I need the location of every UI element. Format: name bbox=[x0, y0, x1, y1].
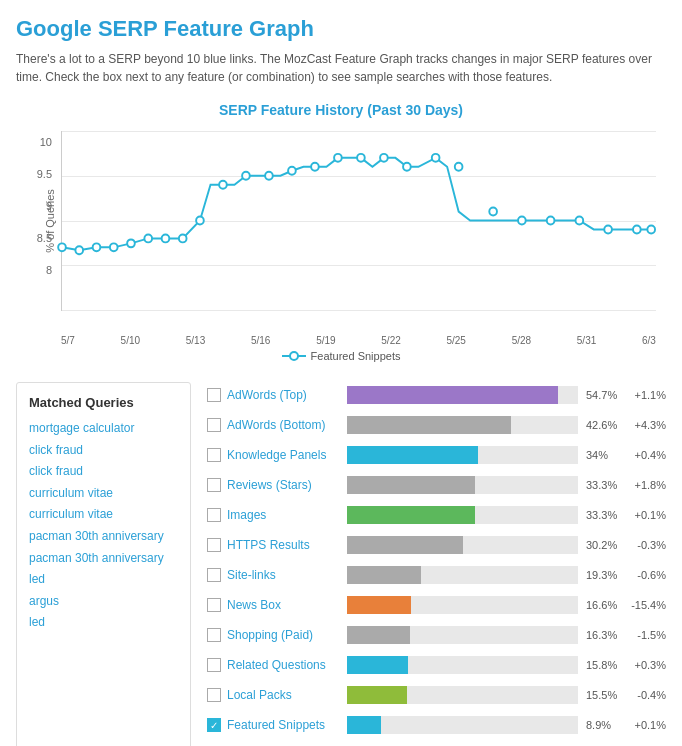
data-point bbox=[75, 246, 83, 254]
feature-checkbox[interactable] bbox=[207, 658, 221, 672]
feature-bar bbox=[347, 566, 421, 584]
feature-change: -1.5% bbox=[624, 629, 666, 641]
feature-percent: 30.2% bbox=[586, 539, 624, 551]
feature-row: HTTPS Results30.2%-0.3% bbox=[207, 532, 666, 558]
data-point bbox=[93, 243, 101, 251]
matched-query-link[interactable]: curriculum vitae bbox=[29, 483, 178, 505]
feature-percent: 42.6% bbox=[586, 419, 624, 431]
feature-name: AdWords (Top) bbox=[227, 388, 347, 402]
chart-svg bbox=[62, 131, 656, 310]
feature-checkbox[interactable] bbox=[207, 538, 221, 552]
x-label-0: 5/7 bbox=[61, 335, 75, 346]
feature-change: -15.4% bbox=[624, 599, 666, 611]
legend-line-icon bbox=[282, 351, 306, 361]
chart-container: % of Queries 10 9.5 9 8.5 8 bbox=[16, 126, 666, 346]
feature-row: Related Questions15.8%+0.3% bbox=[207, 652, 666, 678]
feature-checkbox[interactable] bbox=[207, 448, 221, 462]
feature-bar bbox=[347, 656, 408, 674]
feature-checkbox[interactable] bbox=[207, 478, 221, 492]
data-point bbox=[455, 163, 463, 171]
feature-bar-container bbox=[347, 686, 578, 704]
feature-bar bbox=[347, 386, 558, 404]
x-label-6: 5/25 bbox=[446, 335, 465, 346]
y-axis-wrapper: % of Queries 10 9.5 9 8.5 8 bbox=[16, 131, 61, 311]
data-point bbox=[242, 172, 250, 180]
feature-percent: 8.9% bbox=[586, 719, 624, 731]
feature-bar-container bbox=[347, 446, 578, 464]
feature-change: +1.1% bbox=[624, 389, 666, 401]
y-label-10: 10 bbox=[40, 136, 52, 148]
feature-bar bbox=[347, 416, 511, 434]
y-axis-labels: 10 9.5 9 8.5 8 bbox=[16, 136, 56, 276]
data-point bbox=[647, 225, 655, 233]
feature-checkbox[interactable] bbox=[207, 688, 221, 702]
chart-title: SERP Feature History (Past 30 Days) bbox=[16, 102, 666, 118]
feature-change: +0.3% bbox=[624, 659, 666, 671]
matched-query-link[interactable]: click fraud bbox=[29, 461, 178, 483]
y-label-8: 8 bbox=[46, 264, 52, 276]
feature-name: Shopping (Paid) bbox=[227, 628, 347, 642]
data-point bbox=[110, 243, 118, 251]
matched-query-link[interactable]: mortgage calculator bbox=[29, 418, 178, 440]
feature-checkbox[interactable] bbox=[207, 718, 221, 732]
matched-query-link[interactable]: click fraud bbox=[29, 440, 178, 462]
feature-bar-container bbox=[347, 536, 578, 554]
feature-name: Images bbox=[227, 508, 347, 522]
chart-legend: Featured Snippets bbox=[16, 350, 666, 362]
chart-area bbox=[61, 131, 656, 311]
feature-name: Site-links bbox=[227, 568, 347, 582]
feature-checkbox[interactable] bbox=[207, 418, 221, 432]
x-label-4: 5/19 bbox=[316, 335, 335, 346]
data-point bbox=[265, 172, 273, 180]
x-label-8: 5/31 bbox=[577, 335, 596, 346]
data-point bbox=[489, 208, 497, 216]
matched-query-link[interactable]: pacman 30th anniversary bbox=[29, 548, 178, 570]
feature-change: -0.4% bbox=[624, 689, 666, 701]
feature-name: News Box bbox=[227, 598, 347, 612]
feature-change: +0.1% bbox=[624, 719, 666, 731]
page-description: There's a lot to a SERP beyond 10 blue l… bbox=[16, 50, 666, 86]
legend-label: Featured Snippets bbox=[311, 350, 401, 362]
feature-percent: 33.3% bbox=[586, 479, 624, 491]
feature-bar bbox=[347, 626, 410, 644]
feature-bar-container bbox=[347, 626, 578, 644]
matched-query-link[interactable]: led bbox=[29, 569, 178, 591]
feature-percent: 15.8% bbox=[586, 659, 624, 671]
feature-percent: 33.3% bbox=[586, 509, 624, 521]
feature-name: Local Packs bbox=[227, 688, 347, 702]
feature-row: Local Packs15.5%-0.4% bbox=[207, 682, 666, 708]
feature-checkbox[interactable] bbox=[207, 508, 221, 522]
feature-checkbox[interactable] bbox=[207, 568, 221, 582]
feature-checkbox[interactable] bbox=[207, 388, 221, 402]
data-point bbox=[334, 154, 342, 162]
matched-query-link[interactable]: argus bbox=[29, 591, 178, 613]
x-label-2: 5/13 bbox=[186, 335, 205, 346]
feature-row: Shopping (Paid)16.3%-1.5% bbox=[207, 622, 666, 648]
matched-query-link[interactable]: led bbox=[29, 612, 178, 634]
data-point bbox=[196, 217, 204, 225]
feature-checkbox[interactable] bbox=[207, 598, 221, 612]
feature-bar bbox=[347, 446, 478, 464]
matched-query-link[interactable]: pacman 30th anniversary bbox=[29, 526, 178, 548]
feature-bar-container bbox=[347, 566, 578, 584]
data-point bbox=[403, 163, 411, 171]
chart-section: SERP Feature History (Past 30 Days) % of… bbox=[16, 102, 666, 362]
feature-row: Site-links19.3%-0.6% bbox=[207, 562, 666, 588]
feature-change: +4.3% bbox=[624, 419, 666, 431]
feature-checkbox[interactable] bbox=[207, 628, 221, 642]
feature-row: News Box16.6%-15.4% bbox=[207, 592, 666, 618]
x-label-9: 6/3 bbox=[642, 335, 656, 346]
feature-bar bbox=[347, 506, 475, 524]
y-label-95: 9.5 bbox=[37, 168, 52, 180]
x-axis-labels: 5/7 5/10 5/13 5/16 5/19 5/22 5/25 5/28 5… bbox=[61, 316, 656, 346]
feature-percent: 15.5% bbox=[586, 689, 624, 701]
data-point bbox=[311, 163, 319, 171]
feature-row: Videos7.2%-2.4% bbox=[207, 742, 666, 746]
feature-name: Reviews (Stars) bbox=[227, 478, 347, 492]
x-label-5: 5/22 bbox=[381, 335, 400, 346]
feature-row: AdWords (Top)54.7%+1.1% bbox=[207, 382, 666, 408]
matched-query-link[interactable]: curriculum vitae bbox=[29, 504, 178, 526]
grid-line-bottom bbox=[62, 310, 656, 311]
y-label-9: 9 bbox=[46, 200, 52, 212]
feature-bar-container bbox=[347, 596, 578, 614]
